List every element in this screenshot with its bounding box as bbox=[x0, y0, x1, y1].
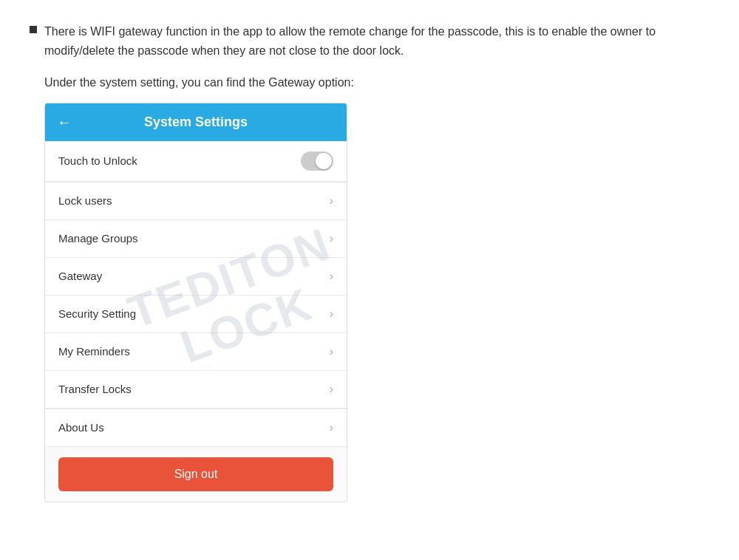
menu-label-gateway: Gateway bbox=[58, 270, 102, 282]
menu-item-transfer-locks[interactable]: Transfer Locks › bbox=[45, 371, 347, 409]
chevron-icon-lock-users: › bbox=[330, 194, 333, 208]
menu-label-my-reminders: My Reminders bbox=[58, 345, 130, 358]
toggle-knob bbox=[316, 153, 332, 169]
touch-to-unlock-label: Touch to Unlock bbox=[58, 154, 137, 167]
chevron-icon-my-reminders: › bbox=[330, 345, 333, 358]
menu-label-about-us: About Us bbox=[58, 421, 104, 434]
bullet-section: There is WIFI gateway function in the ap… bbox=[30, 22, 709, 60]
menu-item-lock-users[interactable]: Lock users › bbox=[45, 182, 347, 220]
signout-button[interactable]: Sign out bbox=[58, 457, 333, 491]
bullet-text: There is WIFI gateway function in the ap… bbox=[44, 22, 709, 60]
under-text: Under the system setting, you can find t… bbox=[44, 73, 709, 92]
phone-ui: TEDITON LOCK ← System Settings Touch to … bbox=[44, 103, 347, 502]
bullet-icon bbox=[30, 26, 37, 33]
touch-to-unlock-row[interactable]: Touch to Unlock bbox=[45, 141, 347, 182]
menu-item-gateway[interactable]: Gateway › bbox=[45, 258, 347, 296]
menu-item-manage-groups[interactable]: Manage Groups › bbox=[45, 220, 347, 258]
menu-item-security-setting[interactable]: Security Setting › bbox=[45, 296, 347, 333]
chevron-icon-gateway: › bbox=[330, 270, 333, 283]
chevron-icon-about-us: › bbox=[330, 421, 333, 434]
chevron-icon-transfer-locks: › bbox=[330, 383, 333, 396]
system-settings-title: System Settings bbox=[79, 115, 313, 130]
signout-section: Sign out bbox=[45, 447, 347, 502]
menu-label-lock-users: Lock users bbox=[58, 194, 112, 207]
menu-item-my-reminders[interactable]: My Reminders › bbox=[45, 333, 347, 371]
menu-label-transfer-locks: Transfer Locks bbox=[58, 383, 132, 395]
menu-item-about-us[interactable]: About Us › bbox=[45, 409, 347, 447]
touch-to-unlock-toggle[interactable] bbox=[301, 151, 333, 171]
menu-label-security-setting: Security Setting bbox=[58, 307, 136, 320]
system-header: ← System Settings bbox=[45, 103, 347, 141]
chevron-icon-security-setting: › bbox=[330, 307, 333, 321]
page-wrapper: There is WIFI gateway function in the ap… bbox=[0, 0, 739, 525]
chevron-icon-manage-groups: › bbox=[330, 232, 333, 245]
back-button[interactable]: ← bbox=[57, 114, 72, 131]
menu-label-manage-groups: Manage Groups bbox=[58, 232, 138, 245]
